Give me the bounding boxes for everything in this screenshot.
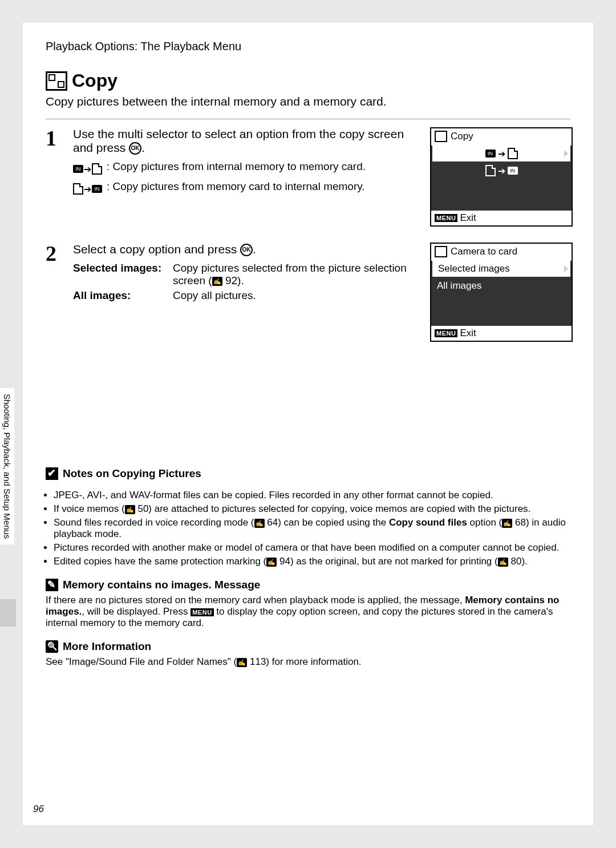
screen-row-empty xyxy=(431,294,572,310)
option-label: Selected images xyxy=(73,262,158,274)
ok-icon: OK xyxy=(129,142,141,155)
memory-card-icon xyxy=(92,163,102,175)
page-ref: 50 xyxy=(137,503,148,514)
internal-memory-icon: IN xyxy=(73,165,83,173)
more-info-heading: More Information xyxy=(63,640,151,653)
copy-icon xyxy=(46,71,67,91)
screen-title: Copy xyxy=(451,131,473,142)
option-all-images: All images: Copy all pictures. xyxy=(73,289,420,302)
heading-suffix: Message xyxy=(212,579,261,591)
text: ) can be copied using the xyxy=(278,517,389,528)
more-info-block: More Information See "Image/Sound File a… xyxy=(46,640,570,668)
screen-row-empty xyxy=(431,310,572,326)
internal-memory-icon: IN xyxy=(92,185,102,193)
check-icon xyxy=(46,467,58,480)
screen-row-selected-images[interactable]: Selected images xyxy=(432,261,570,277)
memory-message-block: Memory contains no images. Message If th… xyxy=(46,579,570,629)
copy-screen-icon xyxy=(435,131,447,142)
page-ref-icon: ✍ xyxy=(237,658,247,667)
pencil-icon xyxy=(46,579,58,591)
step1-option-in-to-card: IN ➔ : Copy pictures from internal memor… xyxy=(73,160,420,175)
note-bullet-5: Edited copies have the same protection m… xyxy=(54,556,570,567)
memory-card-icon xyxy=(508,148,518,159)
page-ref: 80 xyxy=(510,556,521,567)
exit-label: Exit xyxy=(460,212,476,224)
step-title-text-b: . xyxy=(141,141,145,154)
screen-footer: MENU Exit xyxy=(431,211,572,225)
heading-bold: Memory contains no images. xyxy=(63,579,212,591)
text: See "Image/Sound File and Folder Names" … xyxy=(46,656,237,667)
page-ref: 113 xyxy=(250,656,266,667)
menu-icon: MENU xyxy=(435,329,457,337)
bold-text: Copy sound files xyxy=(389,517,467,528)
internal-memory-icon: IN xyxy=(485,150,496,158)
page-ref-icon: ✍ xyxy=(498,558,508,567)
option-desc: : Copy pictures from internal memory to … xyxy=(107,160,366,175)
arrow-icon: ➔ xyxy=(498,165,505,176)
screen-row-all-images[interactable]: All images xyxy=(431,278,572,294)
page-ref-icon: ✍ xyxy=(125,505,135,514)
option-selected-images: Selected images: Copy pictures selected … xyxy=(73,262,420,287)
screen-header: Camera to card xyxy=(431,244,572,260)
page-ref-icon: ✍ xyxy=(502,519,512,528)
notes-block: Notes on Copying Pictures JPEG-, AVI-, a… xyxy=(46,467,570,567)
screen-camera-to-card: Camera to card Selected images All image… xyxy=(430,243,573,342)
text: If there are no pictures stored on the m… xyxy=(46,595,465,605)
note-bullet-3: Sound files recorded in voice recording … xyxy=(54,517,570,540)
arrow-icon: ➔ xyxy=(498,148,505,159)
note-bullet-4: Pictures recorded with another make or m… xyxy=(54,542,570,554)
notes-heading: Notes on Copying Pictures xyxy=(63,467,201,480)
ok-icon: OK xyxy=(240,244,253,256)
menu-icon: MENU xyxy=(435,214,457,222)
page-ref: 68 xyxy=(515,517,526,528)
more-info-text: See "Image/Sound File and Folder Names" … xyxy=(46,656,570,668)
option-desc: : Copy pictures from memory card to inte… xyxy=(107,180,365,195)
text: ) are attached to pictures selected for … xyxy=(148,503,530,514)
page-ref-icon: ✍ xyxy=(212,277,222,286)
copy-screen-icon xyxy=(435,246,447,257)
step-title-text-b: . xyxy=(253,243,256,256)
step-1: 1 Use the multi selector to select an op… xyxy=(46,127,570,227)
screen-row-card-to-in[interactable]: ➔ IN xyxy=(431,163,572,179)
side-tab: Shooting, Playback, and Setup Menus xyxy=(0,388,14,544)
screen-row-empty xyxy=(431,195,572,211)
memory-card-icon xyxy=(485,165,496,176)
step-2: 2 Select a copy option and press OK. Sel… xyxy=(46,243,570,342)
page-heading: Copy xyxy=(46,70,570,91)
menu-icon: MENU xyxy=(191,608,213,616)
separator xyxy=(46,119,570,119)
internal-memory-icon: IN xyxy=(508,167,518,175)
text: ) for more information. xyxy=(266,656,361,667)
arrow-icon: ➔ xyxy=(84,164,91,175)
text: Edited copies have the same protection m… xyxy=(54,556,266,567)
memory-card-icon xyxy=(73,183,83,195)
intro-text: Copy pictures between the internal memor… xyxy=(46,95,570,108)
text: ). xyxy=(521,556,527,567)
page-number: 96 xyxy=(33,803,44,815)
text: ) as the original, but are not marked fo… xyxy=(290,556,498,567)
screen-footer: MENU Exit xyxy=(431,326,572,341)
page-ref: 64 xyxy=(267,517,278,528)
note-bullet-1: JPEG-, AVI-, and WAV-format files can be… xyxy=(54,490,570,501)
screen-row-empty xyxy=(431,179,572,195)
step-2-title: Select a copy option and press OK. xyxy=(73,243,420,256)
step1-option-card-to-in: ➔ IN : Copy pictures from memory card to… xyxy=(73,180,420,195)
option-desc-b: ). xyxy=(237,274,244,286)
screen-copy: Copy IN ➔ ➔ IN xyxy=(430,127,573,227)
screen-row-in-to-card[interactable]: IN ➔ xyxy=(432,146,570,161)
info-icon xyxy=(46,640,58,653)
option-desc-a: Copy pictures selected from the picture … xyxy=(173,262,407,286)
arrow-icon: ➔ xyxy=(84,184,91,195)
breadcrumb: Playback Options: The Playback Menu xyxy=(46,40,570,53)
text: , will be displayed. Press xyxy=(82,606,191,617)
text: Sound files recorded in voice recording … xyxy=(54,517,254,528)
step-number: 2 xyxy=(46,243,63,342)
memory-message-text: If there are no pictures stored on the m… xyxy=(46,595,570,629)
step-title-text-a: Use the multi selector to select an opti… xyxy=(73,127,404,154)
exit-label: Exit xyxy=(460,328,476,339)
option-desc: Copy all pictures. xyxy=(173,289,256,302)
note-bullet-2: If voice memos (✍ 50) are attached to pi… xyxy=(54,503,570,515)
side-marker xyxy=(0,599,16,627)
page-ref: 94 xyxy=(279,556,290,567)
step-1-title: Use the multi selector to select an opti… xyxy=(73,127,420,155)
